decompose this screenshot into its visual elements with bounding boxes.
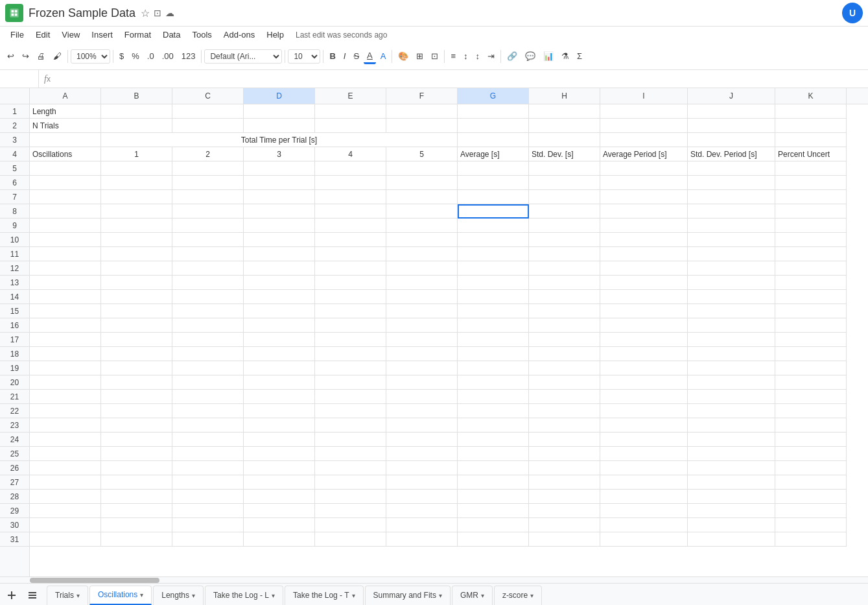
cell-c24[interactable] xyxy=(172,433,244,447)
cell-b14[interactable] xyxy=(101,290,172,304)
cell-j15[interactable] xyxy=(688,304,775,318)
tab-summary-fits[interactable]: Summary and Fits ▾ xyxy=(365,586,451,605)
cell-b20[interactable] xyxy=(101,375,172,390)
cell-j23[interactable] xyxy=(688,418,775,433)
cell-a30[interactable] xyxy=(30,518,101,532)
cell-i31[interactable] xyxy=(600,532,688,547)
cell-c9[interactable] xyxy=(172,219,244,233)
cell-a7[interactable] xyxy=(30,190,101,204)
cell-d15[interactable] xyxy=(244,304,315,318)
cell-c4[interactable]: 2 xyxy=(172,147,244,161)
cell-b2[interactable] xyxy=(101,119,172,133)
cell-d7[interactable] xyxy=(244,190,315,204)
tab-take-log-l[interactable]: Take the Log - L ▾ xyxy=(205,586,283,605)
link-button[interactable]: 🔗 xyxy=(504,49,521,63)
cell-e30[interactable] xyxy=(315,518,386,532)
cell-k3[interactable] xyxy=(775,133,847,147)
cell-f12[interactable] xyxy=(386,261,458,276)
cell-k15[interactable] xyxy=(775,304,847,318)
cell-c26[interactable] xyxy=(172,461,244,475)
cell-k13[interactable] xyxy=(775,276,847,290)
cell-c1[interactable] xyxy=(172,104,244,119)
decimal-two-button[interactable]: .00 xyxy=(159,49,177,63)
borders-button[interactable]: ⊞ xyxy=(413,49,427,63)
cell-a14[interactable] xyxy=(30,290,101,304)
cell-d25[interactable] xyxy=(244,447,315,461)
cell-h19[interactable] xyxy=(529,361,600,375)
sheet-menu-button[interactable] xyxy=(23,586,41,604)
cell-b23[interactable] xyxy=(101,418,172,433)
cell-j29[interactable] xyxy=(688,504,775,518)
cell-k17[interactable] xyxy=(775,333,847,347)
col-header-h[interactable]: H xyxy=(529,88,600,104)
row-num-9[interactable]: 9 xyxy=(0,219,29,233)
cell-f7[interactable] xyxy=(386,190,458,204)
star-icon[interactable]: ☆ xyxy=(141,7,150,19)
filter-button[interactable]: ⚗ xyxy=(558,49,572,63)
cell-k6[interactable] xyxy=(775,176,847,190)
cell-d29[interactable] xyxy=(244,504,315,518)
cell-g3[interactable] xyxy=(458,133,529,147)
cell-e27[interactable] xyxy=(315,475,386,490)
cell-i1[interactable] xyxy=(600,104,688,119)
cell-k21[interactable] xyxy=(775,390,847,404)
cell-e4[interactable]: 4 xyxy=(315,147,386,161)
cell-a21[interactable] xyxy=(30,390,101,404)
cell-j16[interactable] xyxy=(688,318,775,333)
paint-format-button[interactable]: 🖌 xyxy=(50,49,65,63)
cell-k30[interactable] xyxy=(775,518,847,532)
cell-f17[interactable] xyxy=(386,333,458,347)
cell-g4[interactable]: Average [s] xyxy=(458,147,529,161)
cell-a11[interactable] xyxy=(30,247,101,261)
cell-g26[interactable] xyxy=(458,461,529,475)
cell-b21[interactable] xyxy=(101,390,172,404)
row-num-25[interactable]: 25 xyxy=(0,447,29,461)
cell-i16[interactable] xyxy=(600,318,688,333)
cell-h24[interactable] xyxy=(529,433,600,447)
cell-b30[interactable] xyxy=(101,518,172,532)
row-num-20[interactable]: 20 xyxy=(0,375,29,390)
cell-h11[interactable] xyxy=(529,247,600,261)
cell-c31[interactable] xyxy=(172,532,244,547)
cell-j28[interactable] xyxy=(688,490,775,504)
cell-i20[interactable] xyxy=(600,375,688,390)
cell-d31[interactable] xyxy=(244,532,315,547)
cell-c7[interactable] xyxy=(172,190,244,204)
cell-c20[interactable] xyxy=(172,375,244,390)
cell-i15[interactable] xyxy=(600,304,688,318)
tab-lengths[interactable]: Lengths ▾ xyxy=(153,586,204,605)
cell-j5[interactable] xyxy=(688,161,775,176)
cell-k26[interactable] xyxy=(775,461,847,475)
cell-a4[interactable]: Oscillations xyxy=(30,147,101,161)
cell-i5[interactable] xyxy=(600,161,688,176)
cell-g11[interactable] xyxy=(458,247,529,261)
cell-a10[interactable] xyxy=(30,233,101,247)
cell-f13[interactable] xyxy=(386,276,458,290)
function-button[interactable]: Σ xyxy=(574,49,585,63)
cell-c2[interactable] xyxy=(172,119,244,133)
cell-d1[interactable] xyxy=(244,104,315,119)
cell-k5[interactable] xyxy=(775,161,847,176)
cell-c27[interactable] xyxy=(172,475,244,490)
cell-h25[interactable] xyxy=(529,447,600,461)
cell-b18[interactable] xyxy=(101,347,172,361)
cell-j6[interactable] xyxy=(688,176,775,190)
cell-k12[interactable] xyxy=(775,261,847,276)
cell-j4[interactable]: Std. Dev. Period [s] xyxy=(688,147,775,161)
row-num-18[interactable]: 18 xyxy=(0,347,29,361)
cell-f26[interactable] xyxy=(386,461,458,475)
cell-g25[interactable] xyxy=(458,447,529,461)
cell-i24[interactable] xyxy=(600,433,688,447)
cell-i6[interactable] xyxy=(600,176,688,190)
cell-c11[interactable] xyxy=(172,247,244,261)
cell-f15[interactable] xyxy=(386,304,458,318)
cell-h7[interactable] xyxy=(529,190,600,204)
row-num-13[interactable]: 13 xyxy=(0,276,29,290)
cell-i18[interactable] xyxy=(600,347,688,361)
cell-a20[interactable] xyxy=(30,375,101,390)
cell-b5[interactable] xyxy=(101,161,172,176)
menu-format[interactable]: Format xyxy=(119,28,156,42)
add-sheet-button[interactable] xyxy=(3,586,21,604)
menu-tools[interactable]: Tools xyxy=(187,28,217,42)
cell-d6[interactable] xyxy=(244,176,315,190)
